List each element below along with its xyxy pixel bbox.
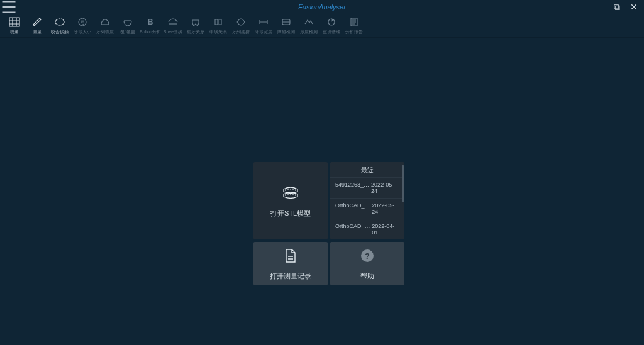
tool-midline[interactable]: 中线关系 [208,16,229,35]
bolton-icon: B [145,16,156,28]
recent-scrollbar[interactable] [402,165,404,202]
svg-point-5 [328,19,335,25]
help-icon: ? [361,246,374,265]
tile-open-stl-label: 打开STL模型 [270,209,311,218]
tool-arch-size[interactable]: 弓 牙弓大小 [72,16,93,35]
crowding-icon [235,16,247,28]
svg-text:弓: 弓 [80,20,85,25]
tool-crowding[interactable]: 牙列拥挤 [230,16,252,35]
tile-help-label: 帮助 [360,271,374,281]
minimize-button[interactable]: — [595,2,604,13]
tool-spee[interactable]: Spee曲线 [162,16,184,35]
occlusion-icon [54,16,65,28]
tool-arch-width[interactable]: 牙弓宽度 [253,16,274,35]
grid-icon [9,16,20,28]
tool-thickness[interactable]: 厚度检测 [298,16,319,35]
tile-open-stl[interactable]: 打开STL模型 [253,162,328,239]
width-icon [258,16,269,28]
tool-perspective[interactable]: 视角 [4,16,25,35]
maximize-button[interactable]: ⧉ [614,2,620,13]
arch-up-icon [99,16,111,28]
tool-tooth-class[interactable]: 磨牙关系 [185,16,206,35]
tool-pits[interactable]: 障碍检测 [275,16,297,35]
spee-icon [167,16,179,28]
report-icon [348,16,360,28]
file-icon [284,246,297,265]
recent-item[interactable]: 54912263_s… 2022-05-24 [330,177,404,198]
svg-point-0 [55,19,64,25]
tool-overbite[interactable]: 覆𬌗覆盖 [117,16,138,35]
app-title: FusionAnalyser [0,3,644,11]
tool-measure[interactable]: 测量 [26,16,48,35]
molar-icon [190,16,201,28]
tool-bolton[interactable]: B Bolton分析 [140,16,161,35]
tile-recent: 最近 54912263_s… 2022-05-24 OrthoCAD_E… 20… [330,162,404,239]
start-panel: 打开STL模型 最近 54912263_s… 2022-05-24 OrthoC… [253,162,404,285]
tool-reset[interactable]: 重设基准 [321,16,342,35]
workspace: 打开STL模型 最近 54912263_s… 2022-05-24 OrthoC… [0,38,644,345]
toolbar: 视角 测量 咬合接触 弓 牙弓大小 牙列弧度 覆𬌗覆盖 B Bol [0,14,644,38]
hamburger-menu[interactable] [0,0,18,14]
reset-icon [326,16,337,28]
tile-open-record[interactable]: 打开测量记录 [253,242,328,285]
tool-upper-arch[interactable]: 牙列弧度 [94,16,116,35]
tile-open-record-label: 打开测量记录 [270,271,311,281]
teeth-model-icon [281,183,300,202]
arch-badge-icon: 弓 [77,16,88,28]
svg-text:B: B [148,18,153,26]
tool-analysis[interactable]: 分析报告 [343,16,365,35]
overbite-icon [122,16,133,28]
recent-item[interactable]: OrthoCAD_E… 2022-04-01 [330,219,404,239]
recent-header: 最近 [356,166,379,177]
title-bar: FusionAnalyser — ⧉ ✕ [0,0,644,14]
midline-icon [213,16,224,28]
close-button[interactable]: ✕ [630,2,638,13]
pencil-icon [31,16,43,28]
tool-occlusion[interactable]: 咬合接触 [49,16,70,35]
tile-help[interactable]: ? 帮助 [330,242,404,285]
pits-icon [280,16,292,28]
recent-item[interactable]: OrthoCAD_E… 2022-05-24 [330,198,404,219]
thickness-icon [303,16,314,28]
